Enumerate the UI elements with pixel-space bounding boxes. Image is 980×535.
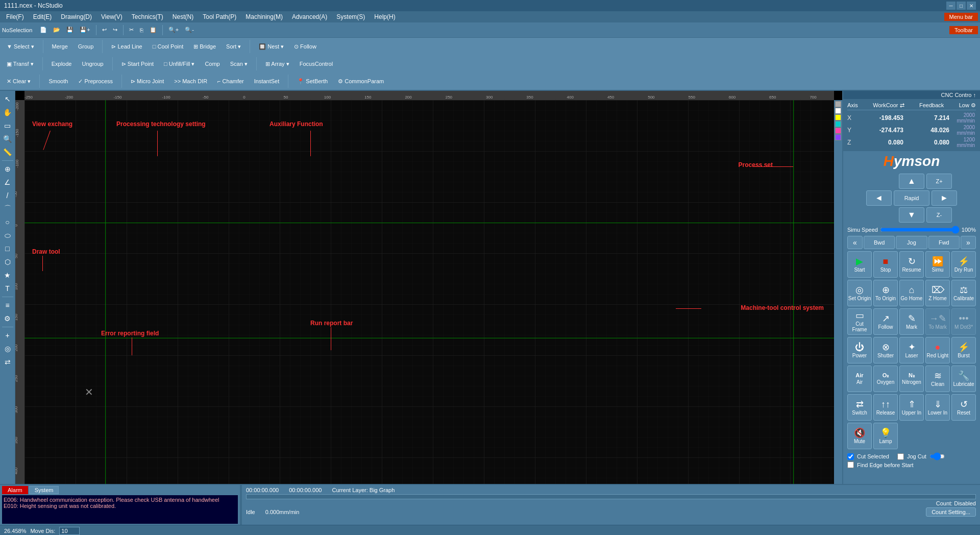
simu-speed-slider[interactable] <box>880 226 960 234</box>
close-btn[interactable]: ✕ <box>967 2 976 10</box>
mark-btn[interactable]: ✎Mark <box>899 308 924 335</box>
tool-layer[interactable]: ≡ <box>2 299 14 311</box>
tool-text[interactable]: T <box>2 282 14 295</box>
lubricate-btn[interactable]: 🔧Lubricate <box>951 366 976 392</box>
layer-color-white[interactable] <box>835 108 841 114</box>
alarm-tab-btn[interactable]: Alarm <box>2 486 28 494</box>
tool-pan[interactable]: ✋ <box>2 106 14 118</box>
maximize-btn[interactable]: □ <box>957 2 966 10</box>
to-origin-btn[interactable]: ⊕To Origin <box>873 280 898 306</box>
ribbon-comp[interactable]: Comp <box>200 59 224 69</box>
cut-frame-btn[interactable]: ▭Cut Frame <box>847 308 872 335</box>
air-btn[interactable]: AirAir <box>847 366 872 392</box>
tool-select[interactable]: ↖ <box>2 93 14 105</box>
ribbon-lead-line[interactable]: ⊳ Lead Line <box>107 41 146 52</box>
ribbon-clear[interactable]: ✕ Clear ▾ <box>2 76 35 87</box>
mute-btn[interactable]: 🔇Mute <box>847 423 872 449</box>
power-btn[interactable]: ⏻Power <box>847 337 872 363</box>
ribbon-preprocess[interactable]: ✓ Preprocess <box>74 76 117 87</box>
minimize-btn[interactable]: ─ <box>946 2 955 10</box>
tool-zoom[interactable]: 🔍 <box>2 133 14 145</box>
ribbon-nest[interactable]: 🔲 Nest ▾ <box>254 41 288 52</box>
tool-measure[interactable]: ▭ <box>2 119 14 132</box>
go-home-btn[interactable]: ⌂Go Home <box>899 280 924 306</box>
ribbon-explode[interactable]: Explode <box>47 59 77 69</box>
layer-color-gray[interactable] <box>835 101 841 107</box>
resume-btn[interactable]: ↻Resume <box>899 251 924 278</box>
menu-machining[interactable]: Machining(M) <box>241 12 287 21</box>
find-edge-checkbox[interactable] <box>847 461 854 468</box>
menu-file[interactable]: File(F) <box>2 12 28 21</box>
menu-help[interactable]: Help(H) <box>370 12 399 21</box>
zminus-btn[interactable]: Z- <box>926 207 952 223</box>
menu-toolpath[interactable]: Tool Path(P) <box>199 12 240 21</box>
dir-down-btn[interactable]: ▼ <box>899 207 924 223</box>
release-btn[interactable]: ↑↑Release <box>873 394 898 421</box>
layer-color-yellow[interactable] <box>835 114 841 120</box>
menu-view[interactable]: View(V) <box>97 12 127 21</box>
tb-new[interactable]: 📄 <box>37 25 50 35</box>
ribbon-follow[interactable]: ⊙ Follow <box>289 41 321 52</box>
simu-btn[interactable]: ⏩Simu <box>925 251 950 278</box>
jog-jog-btn[interactable]: Jog <box>896 236 927 249</box>
dir-up-btn[interactable]: ▲ <box>899 174 924 189</box>
ribbon-sort[interactable]: Sort ▾ <box>222 41 246 52</box>
tool-star[interactable]: ★ <box>2 269 14 281</box>
jog-prev-btn[interactable]: « <box>847 236 863 249</box>
shutter-btn[interactable]: ⊗Shutter <box>873 337 898 363</box>
laser-btn[interactable]: ✦Laser <box>899 337 924 363</box>
ribbon-mach-dir[interactable]: >> Mach DIR <box>169 76 212 86</box>
layer-color-cyan[interactable] <box>835 121 841 127</box>
cut-selected-checkbox[interactable] <box>847 453 854 460</box>
z-home-btn[interactable]: ⌦Z Home <box>925 280 950 306</box>
tool-add[interactable]: + <box>2 329 14 342</box>
tb-copy[interactable]: ⎘ <box>137 26 146 35</box>
tool-rect[interactable]: □ <box>2 242 14 255</box>
ribbon-scan[interactable]: Scan ▾ <box>226 59 252 69</box>
ribbon-transf[interactable]: ▣ Transf ▾ <box>2 59 38 69</box>
ribbon-cool-point[interactable]: □ Cool Point <box>148 41 188 52</box>
tool-ellipse[interactable]: ⬭ <box>2 229 14 241</box>
menu-nest[interactable]: Nest(N) <box>168 12 198 21</box>
calibrate-btn[interactable]: ⚖Calibrate <box>951 280 976 306</box>
ribbon-instantset[interactable]: InstantSet <box>250 76 284 86</box>
ribbon-start-point[interactable]: ⊳ Start Point <box>117 59 158 69</box>
tb-save[interactable]: 💾 <box>64 25 76 35</box>
jog-cut-checkbox[interactable] <box>897 453 904 460</box>
ribbon-group[interactable]: Group <box>74 41 99 52</box>
menu-system[interactable]: System(S) <box>332 12 369 21</box>
lamp-btn[interactable]: 💡Lamp <box>873 423 898 449</box>
ribbon-micro-joint[interactable]: ⊳ Micro Joint <box>126 76 168 87</box>
tb-zoom-in[interactable]: 🔍+ <box>166 25 181 35</box>
ribbon-setberth[interactable]: 📍 SetBerth <box>292 76 332 87</box>
tb-save-as[interactable]: 💾+ <box>77 25 92 35</box>
tool-angle[interactable]: ∠ <box>2 176 14 188</box>
set-origin-btn[interactable]: ◎Set Origin <box>847 280 872 306</box>
tb-zoom-out[interactable]: 🔍- <box>182 25 197 35</box>
ribbon-bridge[interactable]: ⊞ Bridge <box>189 41 220 52</box>
follow-btn[interactable]: ↗Follow <box>873 308 898 335</box>
ribbon-chamfer[interactable]: ⌐ Chamfer <box>213 76 249 86</box>
oxygen-btn[interactable]: O₂Oxygen <box>873 366 898 392</box>
reset-btn[interactable]: ↺Reset <box>951 394 976 421</box>
ribbon-ungroup[interactable]: Ungroup <box>77 59 108 69</box>
tool-line[interactable]: / <box>2 189 14 202</box>
m-dot3-btn[interactable]: •••M Dot3* <box>951 308 976 335</box>
rapid-btn[interactable]: Rapid <box>894 190 929 206</box>
burst-btn[interactable]: ⚡Burst <box>951 337 976 363</box>
jog-fwd-btn[interactable]: Fwd <box>928 236 960 249</box>
dir-right-btn[interactable]: ► <box>932 190 957 206</box>
menu-edit[interactable]: Edit(E) <box>29 12 56 21</box>
tb-paste[interactable]: 📋 <box>147 25 159 35</box>
lower-in-btn[interactable]: ⇓Lower In <box>925 394 950 421</box>
ribbon-focus-control[interactable]: FocusControl <box>295 59 337 69</box>
switch-btn[interactable]: ⇄Switch <box>847 394 872 421</box>
system-tab-btn[interactable]: System <box>29 486 59 494</box>
tool-arc[interactable]: ⌒ <box>2 203 14 215</box>
clean-btn[interactable]: ≋Clean <box>925 366 950 392</box>
start-btn[interactable]: ▶Start <box>847 251 872 278</box>
layer-color-pink[interactable] <box>835 128 841 134</box>
dir-left-btn[interactable]: ◄ <box>866 190 892 206</box>
layer-color-purple[interactable] <box>835 134 841 140</box>
tb-undo[interactable]: ↩ <box>100 25 109 35</box>
